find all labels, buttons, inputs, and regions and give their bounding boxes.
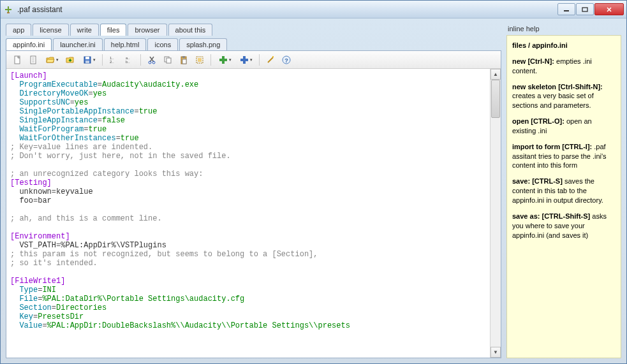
tab-files[interactable]: files: [100, 24, 127, 36]
wand-icon[interactable]: [263, 53, 277, 67]
help-item: import to form [CTRL-I]: .paf assitant t…: [512, 142, 616, 171]
svg-rect-12: [85, 61, 89, 63]
editor-line: VST_PATH=%PAL:AppDir%\VSTPlugins: [10, 241, 486, 250]
editor-line: [10, 223, 486, 232]
help-panel-title: inline help: [506, 24, 621, 35]
svg-text:2..: 2..: [110, 60, 114, 64]
svg-rect-1: [8, 6, 9, 13]
add-green-icon[interactable]: ▾: [215, 53, 234, 67]
svg-rect-11: [85, 57, 89, 59]
import-icon[interactable]: [63, 53, 77, 67]
titlebar: .paf assistant: [1, 1, 626, 18]
editor-line: ; ah, and this is a comment line.: [10, 214, 486, 223]
toolbar-separator: [259, 54, 260, 66]
editor-wrap: ▾▾1..2..a..b..▾▾? [Launch] ProgramExecut…: [6, 50, 501, 358]
help-item: save as: [CTRL-Shift-S] asks you where t…: [512, 212, 616, 240]
svg-rect-23: [182, 59, 186, 64]
main-tabs: applicensewritefilesbrowserabout this: [6, 24, 501, 36]
editor-line: [Environment]: [10, 232, 486, 241]
open-icon[interactable]: ▾: [42, 53, 61, 67]
help-icon[interactable]: ?: [279, 53, 293, 67]
help-panel: inline help files / appinfo.ini new [Ctr…: [506, 24, 621, 358]
help-item: new skeleton [Ctrl-Shift-N]: creates a v…: [512, 82, 616, 111]
app-icon: [3, 4, 13, 15]
editor-line: [10, 161, 486, 170]
editor-line: ; Don't worry, just here, not in the sav…: [10, 152, 486, 161]
help-item: open [CTRL-O]: open an existing .ini: [512, 117, 616, 136]
sub-tabs: appinfo.inilauncher.inihelp.htmliconsspl…: [6, 38, 501, 50]
svg-rect-25: [198, 58, 202, 62]
subtab-splash-png[interactable]: splash.png: [179, 38, 227, 50]
code-editor[interactable]: [Launch] ProgramExecutable=Audacity\auda…: [6, 69, 490, 358]
editor-line: [10, 268, 486, 277]
paste-icon[interactable]: [177, 53, 191, 67]
indent-icon[interactable]: 1..2..: [107, 53, 121, 67]
svg-text:b..: b..: [126, 60, 130, 64]
toolbar-separator: [140, 54, 141, 66]
help-body: files / appinfo.ini new [Ctrl-N]: emptie…: [506, 35, 621, 358]
editor-line: [10, 205, 486, 214]
editor-line: Section=Directories: [10, 303, 486, 312]
scroll-track[interactable]: [491, 80, 501, 347]
editor-line: ; an unrecognized category looks this wa…: [10, 170, 486, 178]
svg-rect-4: [582, 8, 587, 11]
editor-line: unknown=keyvalue: [10, 187, 486, 196]
close-button[interactable]: [594, 3, 624, 15]
add-blue-icon[interactable]: ▾: [236, 53, 255, 67]
editor-line: Key=PresetsDir: [10, 312, 486, 321]
tab-about-this[interactable]: about this: [168, 24, 213, 36]
svg-rect-29: [240, 59, 248, 61]
new-file-icon[interactable]: [10, 53, 24, 67]
toolbar-separator: [210, 54, 211, 66]
toolbar: ▾▾1..2..a..b..▾▾?: [6, 51, 501, 69]
editor-line: WaitForOtherInstances=true: [10, 134, 486, 143]
editor-line: ; so it's intended.: [10, 259, 486, 268]
help-item: save: [CTRL-S] saves the content in this…: [512, 177, 616, 205]
main-panel: applicensewritefilesbrowserabout this ap…: [6, 24, 501, 358]
editor-line: ProgramExecutable=Audacity\audacity.exe: [10, 80, 486, 89]
svg-text:?: ?: [284, 57, 288, 64]
vertical-scrollbar: ▲ ▼: [490, 69, 501, 358]
tab-write[interactable]: write: [70, 24, 99, 36]
scroll-thumb[interactable]: [491, 80, 500, 118]
editor-line: Type=INI: [10, 286, 486, 295]
save-icon[interactable]: ▾: [79, 53, 98, 67]
subtab-appinfo-ini[interactable]: appinfo.ini: [6, 38, 52, 50]
subtab-icons[interactable]: icons: [147, 38, 178, 50]
editor-line: [Testing]: [10, 178, 486, 187]
svg-rect-22: [182, 56, 185, 58]
editor-line: SupportsUNC=yes: [10, 98, 486, 107]
svg-rect-3: [564, 10, 569, 11]
subtab-launcher-ini[interactable]: launcher.ini: [53, 38, 103, 50]
editor-line: ; this param is not recognized, but seem…: [10, 250, 486, 259]
svg-rect-2: [7, 12, 10, 13]
help-header: files / appinfo.ini: [512, 41, 616, 50]
app-window: .paf assistant applicensewritefilesbrows…: [0, 0, 627, 364]
tab-app[interactable]: app: [6, 24, 31, 36]
select-all-icon[interactable]: [193, 53, 207, 67]
editor-line: [FileWrite1]: [10, 277, 486, 286]
cut-icon[interactable]: [145, 53, 159, 67]
window-title: .paf assistant: [17, 5, 63, 14]
editor-line: SinglePortableAppInstance=true: [10, 107, 486, 116]
editor-line: Value=%PAL:AppDir:DoubleBackslash%\\Auda…: [10, 321, 486, 330]
editor-line: WaitForProgram=true: [10, 125, 486, 134]
subtab-help-html[interactable]: help.html: [104, 38, 147, 50]
help-item: new [Ctrl-N]: empties .ini content.: [512, 57, 616, 76]
maximize-button[interactable]: [576, 3, 594, 15]
scroll-down-button[interactable]: ▼: [491, 347, 501, 358]
editor-line: SingleAppInstance=false: [10, 116, 486, 125]
new-skeleton-icon[interactable]: [26, 53, 40, 67]
minimize-button[interactable]: [557, 3, 575, 15]
tab-license[interactable]: license: [33, 24, 68, 36]
editor-line: foo=bar: [10, 196, 486, 205]
svg-rect-27: [219, 59, 227, 61]
scroll-up-button[interactable]: ▲: [491, 69, 501, 80]
editor-line: [Launch]: [10, 71, 486, 80]
window-controls: [557, 3, 624, 15]
client-area: applicensewritefilesbrowserabout this ap…: [1, 18, 626, 363]
editor-line: File=%PAL:DataDir%\Portable Settings\aud…: [10, 295, 486, 303]
copy-icon[interactable]: [161, 53, 175, 67]
outdent-icon[interactable]: a..b..: [122, 53, 136, 67]
tab-browser[interactable]: browser: [128, 24, 166, 36]
